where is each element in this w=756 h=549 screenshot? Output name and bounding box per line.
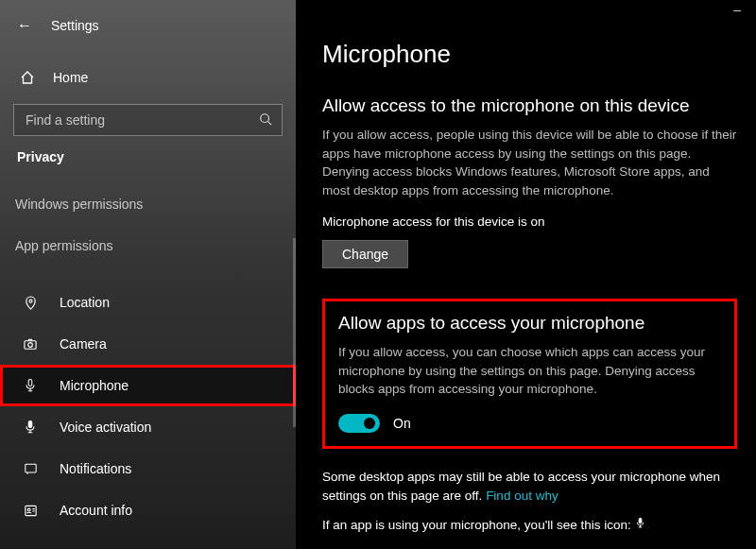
microphone-icon xyxy=(22,378,39,393)
back-arrow-icon: ← xyxy=(17,17,32,34)
settings-sidebar: ← Settings Home Privacy Windows permissi… xyxy=(0,0,296,549)
location-icon xyxy=(22,296,39,310)
sidebar-item-account-info[interactable]: Account info xyxy=(0,489,296,531)
microphone-inline-icon xyxy=(635,518,645,532)
sidebar-search[interactable] xyxy=(13,104,283,136)
section2-body: If you allow access, you can choose whic… xyxy=(338,343,721,399)
toggle-knob xyxy=(364,418,375,429)
notifications-icon xyxy=(22,462,39,475)
account-icon xyxy=(22,504,39,518)
sidebar-category: Privacy xyxy=(0,136,296,164)
sidebar-item-location[interactable]: Location xyxy=(0,282,296,323)
svg-point-1 xyxy=(29,300,32,302)
apps-access-toggle[interactable] xyxy=(338,414,380,433)
svg-rect-9 xyxy=(639,518,642,523)
svg-point-8 xyxy=(27,508,30,511)
sidebar-item-label: Notifications xyxy=(60,461,131,476)
sidebar-item-notifications[interactable]: Notifications xyxy=(0,448,296,489)
device-access-status: Microphone access for this device is on xyxy=(322,214,737,229)
apps-access-section: Allow apps to access your microphone If … xyxy=(322,299,737,449)
find-out-why-link[interactable]: Find out why xyxy=(486,489,558,503)
sidebar-group-windows-permissions: Windows permissions xyxy=(0,164,296,212)
sidebar-item-microphone[interactable]: Microphone xyxy=(0,365,296,406)
sidebar-home-label: Home xyxy=(53,70,88,85)
voice-activation-icon xyxy=(22,420,39,435)
change-button[interactable]: Change xyxy=(322,240,408,268)
sidebar-item-label: Voice activation xyxy=(60,420,151,435)
footer-text-2: If an app is using your microphone, you'… xyxy=(322,518,635,532)
sidebar-item-label: Location xyxy=(60,295,110,310)
section2-heading: Allow apps to access your microphone xyxy=(338,313,721,334)
svg-point-0 xyxy=(261,113,269,122)
svg-point-3 xyxy=(28,342,33,347)
footer-note-2: If an app is using your microphone, you'… xyxy=(322,516,737,535)
page-title: Microphone xyxy=(322,40,737,69)
sidebar-item-label: Microphone xyxy=(60,378,129,393)
content-pane: – Microphone Allow access to the microph… xyxy=(296,0,756,549)
sidebar-item-label: Account info xyxy=(60,503,132,518)
footer-note-1: Some desktop apps may still be able to a… xyxy=(322,468,737,505)
section1-heading: Allow access to the microphone on this d… xyxy=(322,95,737,116)
svg-rect-6 xyxy=(25,464,35,472)
back-nav[interactable]: ← Settings xyxy=(0,11,296,40)
window-minimize[interactable]: – xyxy=(733,2,741,17)
svg-rect-2 xyxy=(25,340,36,348)
home-icon xyxy=(19,70,36,85)
camera-icon xyxy=(22,337,39,352)
svg-rect-4 xyxy=(28,379,32,386)
sidebar-item-label: Camera xyxy=(60,336,107,352)
toggle-state-label: On xyxy=(393,416,411,431)
svg-rect-5 xyxy=(28,420,32,427)
sidebar-group-app-permissions: App permissions xyxy=(0,212,296,253)
sidebar-home[interactable]: Home xyxy=(0,60,296,94)
sidebar-item-voice-activation[interactable]: Voice activation xyxy=(0,406,296,448)
search-input[interactable] xyxy=(26,112,259,128)
search-icon xyxy=(259,112,272,129)
section1-body: If you allow access, people using this d… xyxy=(322,126,737,199)
sidebar-item-camera[interactable]: Camera xyxy=(0,323,296,365)
app-title: Settings xyxy=(51,18,99,33)
